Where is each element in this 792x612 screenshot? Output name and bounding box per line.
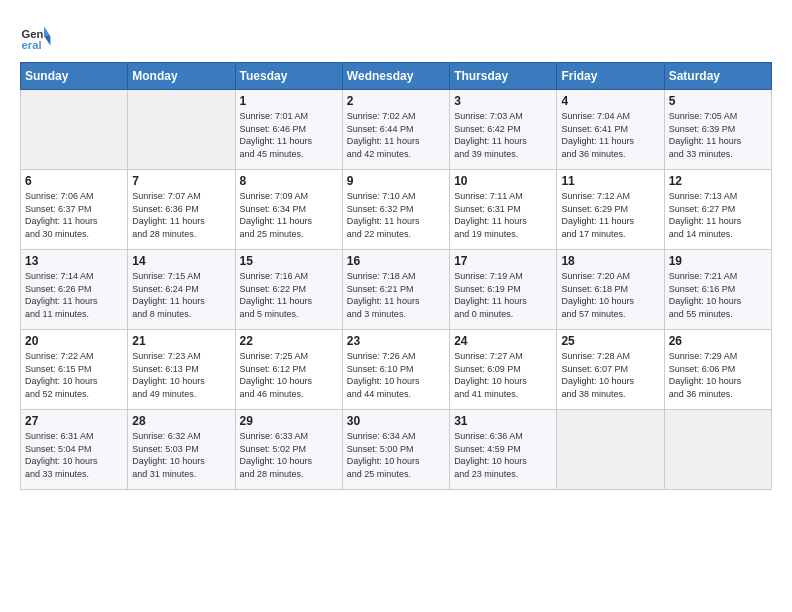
day-number: 7	[132, 174, 230, 188]
day-info: Sunrise: 7:11 AM Sunset: 6:31 PM Dayligh…	[454, 190, 552, 240]
day-info: Sunrise: 7:16 AM Sunset: 6:22 PM Dayligh…	[240, 270, 338, 320]
day-number: 17	[454, 254, 552, 268]
calendar-week-2: 6Sunrise: 7:06 AM Sunset: 6:37 PM Daylig…	[21, 170, 772, 250]
calendar-cell: 11Sunrise: 7:12 AM Sunset: 6:29 PM Dayli…	[557, 170, 664, 250]
calendar-cell: 3Sunrise: 7:03 AM Sunset: 6:42 PM Daylig…	[450, 90, 557, 170]
calendar-week-4: 20Sunrise: 7:22 AM Sunset: 6:15 PM Dayli…	[21, 330, 772, 410]
calendar-cell: 12Sunrise: 7:13 AM Sunset: 6:27 PM Dayli…	[664, 170, 771, 250]
day-info: Sunrise: 7:13 AM Sunset: 6:27 PM Dayligh…	[669, 190, 767, 240]
day-info: Sunrise: 7:28 AM Sunset: 6:07 PM Dayligh…	[561, 350, 659, 400]
calendar-week-3: 13Sunrise: 7:14 AM Sunset: 6:26 PM Dayli…	[21, 250, 772, 330]
calendar-cell	[21, 90, 128, 170]
calendar-cell: 9Sunrise: 7:10 AM Sunset: 6:32 PM Daylig…	[342, 170, 449, 250]
day-number: 13	[25, 254, 123, 268]
day-info: Sunrise: 7:19 AM Sunset: 6:19 PM Dayligh…	[454, 270, 552, 320]
calendar-cell: 14Sunrise: 7:15 AM Sunset: 6:24 PM Dayli…	[128, 250, 235, 330]
day-number: 14	[132, 254, 230, 268]
svg-text:Gen: Gen	[22, 28, 44, 40]
calendar-cell: 8Sunrise: 7:09 AM Sunset: 6:34 PM Daylig…	[235, 170, 342, 250]
day-info: Sunrise: 6:34 AM Sunset: 5:00 PM Dayligh…	[347, 430, 445, 480]
day-number: 31	[454, 414, 552, 428]
calendar-cell: 21Sunrise: 7:23 AM Sunset: 6:13 PM Dayli…	[128, 330, 235, 410]
calendar-cell	[557, 410, 664, 490]
calendar-cell: 28Sunrise: 6:32 AM Sunset: 5:03 PM Dayli…	[128, 410, 235, 490]
day-number: 11	[561, 174, 659, 188]
day-number: 3	[454, 94, 552, 108]
svg-text:eral: eral	[22, 39, 42, 51]
calendar-cell: 26Sunrise: 7:29 AM Sunset: 6:06 PM Dayli…	[664, 330, 771, 410]
day-number: 30	[347, 414, 445, 428]
day-info: Sunrise: 7:21 AM Sunset: 6:16 PM Dayligh…	[669, 270, 767, 320]
day-number: 15	[240, 254, 338, 268]
day-info: Sunrise: 6:31 AM Sunset: 5:04 PM Dayligh…	[25, 430, 123, 480]
calendar-table: SundayMondayTuesdayWednesdayThursdayFrid…	[20, 62, 772, 490]
calendar-cell: 1Sunrise: 7:01 AM Sunset: 6:46 PM Daylig…	[235, 90, 342, 170]
calendar-cell: 4Sunrise: 7:04 AM Sunset: 6:41 PM Daylig…	[557, 90, 664, 170]
day-number: 20	[25, 334, 123, 348]
day-info: Sunrise: 7:23 AM Sunset: 6:13 PM Dayligh…	[132, 350, 230, 400]
day-info: Sunrise: 6:36 AM Sunset: 4:59 PM Dayligh…	[454, 430, 552, 480]
weekday-header-wednesday: Wednesday	[342, 63, 449, 90]
day-number: 9	[347, 174, 445, 188]
day-number: 29	[240, 414, 338, 428]
day-number: 4	[561, 94, 659, 108]
day-number: 21	[132, 334, 230, 348]
day-number: 16	[347, 254, 445, 268]
day-info: Sunrise: 7:25 AM Sunset: 6:12 PM Dayligh…	[240, 350, 338, 400]
day-number: 24	[454, 334, 552, 348]
calendar-cell: 13Sunrise: 7:14 AM Sunset: 6:26 PM Dayli…	[21, 250, 128, 330]
calendar-cell: 10Sunrise: 7:11 AM Sunset: 6:31 PM Dayli…	[450, 170, 557, 250]
calendar-cell: 2Sunrise: 7:02 AM Sunset: 6:44 PM Daylig…	[342, 90, 449, 170]
day-number: 22	[240, 334, 338, 348]
day-info: Sunrise: 7:06 AM Sunset: 6:37 PM Dayligh…	[25, 190, 123, 240]
day-info: Sunrise: 7:07 AM Sunset: 6:36 PM Dayligh…	[132, 190, 230, 240]
calendar-cell	[128, 90, 235, 170]
calendar-cell: 24Sunrise: 7:27 AM Sunset: 6:09 PM Dayli…	[450, 330, 557, 410]
day-info: Sunrise: 7:15 AM Sunset: 6:24 PM Dayligh…	[132, 270, 230, 320]
weekday-header-friday: Friday	[557, 63, 664, 90]
day-info: Sunrise: 7:03 AM Sunset: 6:42 PM Dayligh…	[454, 110, 552, 160]
day-info: Sunrise: 7:18 AM Sunset: 6:21 PM Dayligh…	[347, 270, 445, 320]
day-number: 26	[669, 334, 767, 348]
calendar-cell: 7Sunrise: 7:07 AM Sunset: 6:36 PM Daylig…	[128, 170, 235, 250]
calendar-cell	[664, 410, 771, 490]
weekday-header-tuesday: Tuesday	[235, 63, 342, 90]
day-number: 2	[347, 94, 445, 108]
day-number: 6	[25, 174, 123, 188]
calendar-cell: 5Sunrise: 7:05 AM Sunset: 6:39 PM Daylig…	[664, 90, 771, 170]
day-info: Sunrise: 7:27 AM Sunset: 6:09 PM Dayligh…	[454, 350, 552, 400]
day-number: 27	[25, 414, 123, 428]
calendar-cell: 30Sunrise: 6:34 AM Sunset: 5:00 PM Dayli…	[342, 410, 449, 490]
day-info: Sunrise: 7:29 AM Sunset: 6:06 PM Dayligh…	[669, 350, 767, 400]
day-info: Sunrise: 7:04 AM Sunset: 6:41 PM Dayligh…	[561, 110, 659, 160]
day-info: Sunrise: 7:02 AM Sunset: 6:44 PM Dayligh…	[347, 110, 445, 160]
day-number: 25	[561, 334, 659, 348]
day-info: Sunrise: 7:09 AM Sunset: 6:34 PM Dayligh…	[240, 190, 338, 240]
weekday-header-saturday: Saturday	[664, 63, 771, 90]
day-number: 12	[669, 174, 767, 188]
calendar-week-5: 27Sunrise: 6:31 AM Sunset: 5:04 PM Dayli…	[21, 410, 772, 490]
day-number: 1	[240, 94, 338, 108]
svg-marker-3	[44, 36, 50, 46]
calendar-cell: 16Sunrise: 7:18 AM Sunset: 6:21 PM Dayli…	[342, 250, 449, 330]
calendar-cell: 25Sunrise: 7:28 AM Sunset: 6:07 PM Dayli…	[557, 330, 664, 410]
calendar-cell: 22Sunrise: 7:25 AM Sunset: 6:12 PM Dayli…	[235, 330, 342, 410]
page-header: Gen eral	[20, 20, 772, 52]
calendar-cell: 18Sunrise: 7:20 AM Sunset: 6:18 PM Dayli…	[557, 250, 664, 330]
calendar-header-row: SundayMondayTuesdayWednesdayThursdayFrid…	[21, 63, 772, 90]
day-number: 10	[454, 174, 552, 188]
day-info: Sunrise: 7:10 AM Sunset: 6:32 PM Dayligh…	[347, 190, 445, 240]
svg-marker-2	[44, 26, 50, 36]
weekday-header-sunday: Sunday	[21, 63, 128, 90]
day-info: Sunrise: 7:20 AM Sunset: 6:18 PM Dayligh…	[561, 270, 659, 320]
calendar-cell: 23Sunrise: 7:26 AM Sunset: 6:10 PM Dayli…	[342, 330, 449, 410]
weekday-header-thursday: Thursday	[450, 63, 557, 90]
logo-icon: Gen eral	[20, 20, 52, 52]
calendar-cell: 20Sunrise: 7:22 AM Sunset: 6:15 PM Dayli…	[21, 330, 128, 410]
day-info: Sunrise: 7:05 AM Sunset: 6:39 PM Dayligh…	[669, 110, 767, 160]
day-number: 28	[132, 414, 230, 428]
calendar-body: 1Sunrise: 7:01 AM Sunset: 6:46 PM Daylig…	[21, 90, 772, 490]
calendar-cell: 6Sunrise: 7:06 AM Sunset: 6:37 PM Daylig…	[21, 170, 128, 250]
day-info: Sunrise: 7:26 AM Sunset: 6:10 PM Dayligh…	[347, 350, 445, 400]
calendar-cell: 27Sunrise: 6:31 AM Sunset: 5:04 PM Dayli…	[21, 410, 128, 490]
